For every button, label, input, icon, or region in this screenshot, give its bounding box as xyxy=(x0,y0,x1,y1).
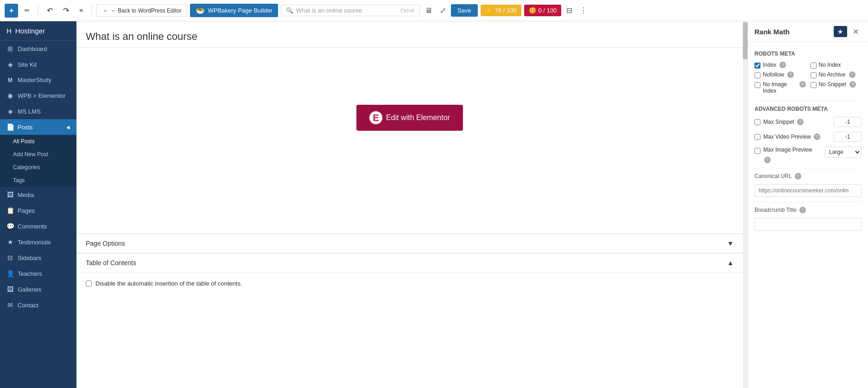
redo-button[interactable]: ↷ xyxy=(59,4,73,17)
max-video-preview-help-icon[interactable]: ? xyxy=(814,134,820,140)
logo-icon: H xyxy=(6,27,12,35)
no-archive-help-icon[interactable]: ? xyxy=(849,71,855,78)
external-link-button[interactable]: ⤢ xyxy=(437,4,448,17)
breadcrumb-title-input[interactable] xyxy=(754,218,862,231)
star-button[interactable]: ★ xyxy=(834,26,847,37)
max-image-preview-select[interactable]: Large None Standard xyxy=(825,146,862,158)
toc-disable-checkbox[interactable] xyxy=(86,280,92,286)
breadcrumb-title-help-icon[interactable]: ? xyxy=(799,207,806,213)
max-image-preview-help-icon[interactable]: ? xyxy=(764,157,771,163)
lightning-icon: ⚡ xyxy=(485,7,493,14)
editor-scrollbar-thumb[interactable] xyxy=(743,22,748,59)
add-button[interactable]: + xyxy=(5,4,18,18)
no-image-index-label: No Image Index xyxy=(763,81,796,94)
nofollow-checkbox[interactable] xyxy=(754,72,760,78)
max-image-preview-label: Max Image Preview ? xyxy=(763,146,822,163)
no-snippet-help-icon[interactable]: ? xyxy=(849,81,856,88)
sidebar-item-pages[interactable]: 📋 Pages xyxy=(0,203,76,218)
sidebar-item-masterstudy[interactable]: M MasterStudy xyxy=(0,72,76,88)
elementor-logo-icon: E xyxy=(369,111,382,124)
sidebar-item-posts[interactable]: 📄 Posts ◀ xyxy=(0,119,76,135)
wpbakery-button[interactable]: 🥗 WPBakery Page Builder xyxy=(190,4,278,17)
sidebar-item-contact[interactable]: ✉ Contact xyxy=(0,297,76,313)
more-options-button[interactable]: ⋮ xyxy=(577,4,589,17)
sidebar-item-galleries[interactable]: 🖼 Galleries xyxy=(0,281,76,297)
pages-icon: 📋 xyxy=(6,207,14,214)
toc-body: Disable the automatic insertion of the t… xyxy=(76,273,743,294)
sidebar: H Hostinger ⊞ Dashboard ◈ Site Kit M Mas… xyxy=(0,21,76,388)
page-options-header[interactable]: Page Options ▼ xyxy=(76,234,743,253)
layout-view-button[interactable]: 🖥 xyxy=(423,4,435,17)
no-image-index-help-icon[interactable]: ? xyxy=(799,81,806,88)
breadcrumb-title-label: Breadcrumb Title xyxy=(754,207,797,213)
max-snippet-help-icon[interactable]: ? xyxy=(797,119,804,125)
redo-icon: ↷ xyxy=(63,6,69,15)
posts-arrow-icon: ◀ xyxy=(66,125,70,130)
back-to-wordpress-button[interactable]: ← ← Back to WordPress Editor xyxy=(96,4,188,17)
max-image-preview-checkbox[interactable] xyxy=(754,148,760,154)
sidebar-sub-item-all-posts[interactable]: All Posts xyxy=(0,135,76,148)
max-video-preview-label: Max Video Preview ? xyxy=(763,134,831,140)
seo-score-button[interactable]: ⚡ 76 / 100 xyxy=(481,5,521,16)
toc-title: Table of Contents xyxy=(86,259,136,267)
close-panel-button[interactable]: ✕ xyxy=(850,26,862,37)
max-video-preview-checkbox[interactable] xyxy=(754,134,760,140)
max-video-preview-input[interactable] xyxy=(834,132,862,142)
sidebar-item-testimonials[interactable]: ★ Testimonials xyxy=(0,234,76,250)
sidebar-sub-item-tags[interactable]: Tags xyxy=(0,174,76,187)
editor-canvas: What is an online course E Edit with Ele… xyxy=(76,21,743,388)
site-kit-icon: ◈ xyxy=(6,61,14,68)
sidebars-icon: ⊟ xyxy=(6,254,14,261)
sidebar-item-site-kit[interactable]: ◈ Site Kit xyxy=(0,57,76,72)
external-link-icon: ⤢ xyxy=(440,6,446,14)
canonical-url-help-icon[interactable]: ? xyxy=(795,173,801,179)
index-checkbox[interactable] xyxy=(754,63,760,69)
no-archive-checkbox[interactable] xyxy=(811,72,817,78)
search-area[interactable]: 🔍 What is an online course Ctrl+K xyxy=(281,5,420,16)
wpb-elementor-icon: ◉ xyxy=(6,92,14,99)
max-snippet-row: Max Snippet ? xyxy=(754,117,862,127)
pencil-button[interactable]: ✏ xyxy=(21,5,33,16)
sidebar-item-comments[interactable]: 💬 Comments xyxy=(0,218,76,234)
panel-header: Rank Math ★ ✕ xyxy=(748,21,868,42)
no-index-checkbox[interactable] xyxy=(811,63,817,69)
max-snippet-checkbox[interactable] xyxy=(754,119,760,125)
nofollow-help-icon[interactable]: ? xyxy=(787,71,794,78)
sidebar-item-sidebars[interactable]: ⊟ Sidebars xyxy=(0,250,76,266)
no-snippet-checkbox[interactable] xyxy=(811,82,817,88)
main-layout: H Hostinger ⊞ Dashboard ◈ Site Kit M Mas… xyxy=(0,21,868,388)
masterstudy-icon: M xyxy=(6,77,14,83)
panel-toggle-button[interactable]: ⊟ xyxy=(564,4,575,17)
toc-section: Table of Contents ▲ Disable the automati… xyxy=(76,253,743,294)
readability-score-button[interactable]: 😊 0 / 100 xyxy=(524,5,562,16)
sidebar-item-media[interactable]: 🖼 Media xyxy=(0,187,76,203)
sidebar-sub-item-categories[interactable]: Categories xyxy=(0,161,76,174)
sidebar-item-dashboard[interactable]: ⊞ Dashboard xyxy=(0,41,76,57)
no-image-index-checkbox[interactable] xyxy=(754,82,760,88)
panel-divider-1 xyxy=(754,101,862,101)
toc-header[interactable]: Table of Contents ▲ xyxy=(76,254,743,273)
canonical-url-input[interactable] xyxy=(754,184,862,197)
undo-icon: ↶ xyxy=(47,6,53,15)
sidebar-item-wpb-elementor[interactable]: ◉ WPB > Elementor xyxy=(0,88,76,103)
sidebar-item-teachers[interactable]: 👤 Teachers xyxy=(0,266,76,281)
nofollow-label: Nofollow xyxy=(763,71,784,78)
sidebar-sub-item-add-new-post[interactable]: Add New Post xyxy=(0,148,76,161)
sidebar-item-ms-lms[interactable]: ◈ MS LMS xyxy=(0,103,76,119)
page-options-title: Page Options xyxy=(86,240,125,247)
page-options-section: Page Options ▼ xyxy=(76,234,743,253)
no-snippet-row: No Snippet ? xyxy=(811,81,862,94)
index-help-icon[interactable]: ? xyxy=(779,62,786,68)
posts-icon: 📄 xyxy=(6,123,14,131)
no-archive-label: No Archive xyxy=(819,71,846,78)
max-snippet-input[interactable] xyxy=(834,117,862,127)
editor-scrollbar[interactable] xyxy=(743,21,748,388)
max-snippet-label: Max Snippet ? xyxy=(763,119,831,125)
save-button[interactable]: Save xyxy=(451,4,478,17)
smile-icon: 😊 xyxy=(529,7,536,14)
edit-with-elementor-button[interactable]: E Edit with Elementor xyxy=(356,105,463,131)
breadcrumb-title-section: Breadcrumb Title ? xyxy=(754,207,862,213)
list-button[interactable]: ≡ xyxy=(76,5,87,16)
undo-button[interactable]: ↶ xyxy=(43,4,57,17)
panel-header-actions: ★ ✕ xyxy=(834,26,862,37)
